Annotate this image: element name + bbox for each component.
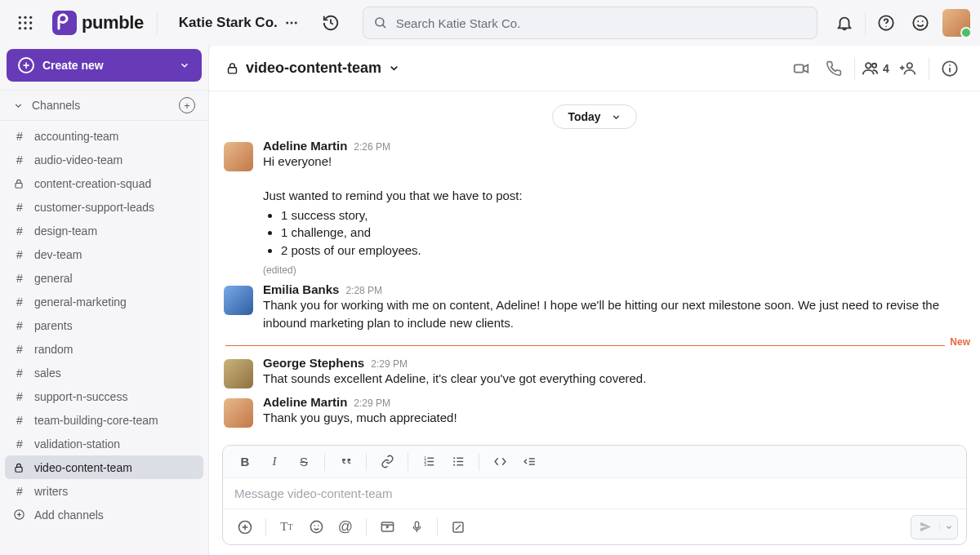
message-time: 2:29 PM bbox=[354, 397, 390, 409]
channel-label: random bbox=[34, 343, 73, 356]
attach-button[interactable] bbox=[231, 515, 259, 539]
emoji-button[interactable] bbox=[302, 515, 330, 539]
create-new-button[interactable]: + Create new bbox=[7, 49, 202, 82]
message-author[interactable]: Adeline Martin bbox=[263, 139, 347, 153]
svg-point-11 bbox=[290, 22, 292, 24]
sidebar-channel-video-content-team[interactable]: video-content-team bbox=[5, 455, 203, 479]
sidebar-channel-sales[interactable]: #sales bbox=[5, 361, 203, 384]
user-avatar[interactable] bbox=[942, 9, 970, 37]
send-icon bbox=[911, 520, 939, 534]
divider bbox=[854, 57, 855, 80]
emoji-button-top[interactable] bbox=[905, 7, 936, 38]
hash-icon: # bbox=[13, 343, 26, 356]
channel-label: general bbox=[34, 272, 73, 285]
mention-button[interactable]: @ bbox=[332, 515, 359, 539]
search-icon bbox=[373, 16, 388, 30]
sidebar-channel-validation-station[interactable]: #validation-station bbox=[5, 432, 203, 455]
message: George Stephens 2:29 PM That sounds exce… bbox=[209, 353, 980, 392]
svg-point-12 bbox=[295, 22, 297, 24]
sidebar-channel-content-creation-squad[interactable]: content-creation-squad bbox=[5, 171, 203, 195]
avatar[interactable] bbox=[224, 398, 253, 428]
sidebar-channel-support-n-success[interactable]: #support-n-success bbox=[5, 384, 203, 408]
message-list: Today Adeline Martin 2:26 PM Hi everyone… bbox=[209, 91, 980, 442]
video-call-button[interactable] bbox=[787, 55, 815, 82]
search-input[interactable] bbox=[396, 16, 807, 30]
channels-section-header[interactable]: Channels + bbox=[0, 90, 208, 121]
svg-point-35 bbox=[949, 64, 951, 65]
sidebar-channel-audio-video-team[interactable]: #audio-video-team bbox=[5, 148, 203, 171]
text-style-button[interactable]: TT bbox=[273, 515, 301, 539]
strikethrough-button[interactable]: S bbox=[290, 450, 318, 474]
sidebar-channel-dev-team[interactable]: #dev-team bbox=[5, 242, 203, 266]
ordered-list-button[interactable]: 123 bbox=[415, 450, 443, 474]
svg-point-2 bbox=[29, 16, 32, 19]
message-author[interactable]: Adeline Martin bbox=[263, 395, 347, 409]
add-people-button[interactable] bbox=[894, 55, 922, 82]
code-button[interactable] bbox=[486, 450, 514, 474]
bullet-list-button[interactable] bbox=[444, 450, 472, 474]
sidebar-channel-general[interactable]: #general bbox=[5, 266, 203, 290]
svg-rect-21 bbox=[16, 467, 22, 472]
topbar: pumble Katie Stark Co. bbox=[0, 0, 980, 46]
avatar[interactable] bbox=[224, 286, 253, 315]
record-video-button[interactable] bbox=[373, 515, 401, 539]
shortcuts-button[interactable] bbox=[444, 515, 472, 539]
record-audio-button[interactable] bbox=[403, 515, 430, 539]
help-button[interactable] bbox=[871, 7, 902, 38]
brand-logo[interactable]: pumble bbox=[52, 11, 144, 35]
italic-button[interactable]: I bbox=[261, 450, 288, 474]
sidebar-channel-design-team[interactable]: #design-team bbox=[5, 219, 203, 242]
message-text: Thank you guys, much appreciated! bbox=[263, 409, 964, 427]
channel-label: content-creation-squad bbox=[34, 177, 151, 190]
sidebar-channel-random[interactable]: #random bbox=[5, 337, 203, 361]
member-count: 4 bbox=[883, 62, 889, 75]
svg-point-7 bbox=[24, 27, 26, 29]
avatar[interactable] bbox=[224, 359, 253, 388]
channel-title-button[interactable]: video-content-team bbox=[225, 60, 400, 77]
svg-rect-60 bbox=[415, 522, 418, 528]
codeblock-button[interactable] bbox=[515, 450, 543, 474]
svg-point-16 bbox=[885, 26, 886, 27]
date-separator-button[interactable]: Today bbox=[552, 104, 636, 129]
lock-icon bbox=[13, 462, 26, 473]
svg-point-46 bbox=[453, 460, 455, 462]
divider bbox=[366, 518, 367, 536]
audio-call-button[interactable] bbox=[820, 55, 848, 82]
add-channels-button[interactable]: Add channels bbox=[5, 503, 203, 526]
message-author[interactable]: George Stephens bbox=[263, 356, 364, 370]
hash-icon: # bbox=[13, 414, 26, 427]
search-box[interactable] bbox=[363, 7, 817, 39]
message: Emilia Banks 2:28 PM Thank you for worki… bbox=[209, 279, 980, 335]
workspace-name: Katie Stark Co. bbox=[179, 15, 278, 31]
sidebar-channel-accounting-team[interactable]: #accounting-team bbox=[5, 124, 203, 148]
bold-button[interactable]: B bbox=[231, 450, 259, 474]
sidebar-channel-parents[interactable]: #parents bbox=[5, 313, 203, 337]
quote-button[interactable] bbox=[332, 450, 359, 474]
message-text: Thank you for working with me on content… bbox=[263, 296, 964, 332]
message-author[interactable]: Emilia Banks bbox=[263, 282, 339, 296]
channel-info-button[interactable] bbox=[936, 55, 964, 82]
members-button[interactable]: 4 bbox=[862, 55, 889, 82]
workspace-switcher[interactable]: Katie Stark Co. bbox=[179, 15, 299, 31]
sidebar-channel-general-marketing[interactable]: #general-marketing bbox=[5, 290, 203, 313]
svg-point-1 bbox=[24, 16, 26, 19]
notifications-button[interactable] bbox=[829, 7, 860, 38]
sidebar-channel-writers[interactable]: #writers bbox=[5, 479, 203, 503]
divider bbox=[324, 453, 325, 471]
channel-label: general-marketing bbox=[34, 295, 127, 309]
send-options-icon[interactable] bbox=[939, 523, 957, 531]
link-button[interactable] bbox=[373, 450, 401, 474]
sidebar-channel-customer-support-leads[interactable]: #customer-support-leads bbox=[5, 195, 203, 219]
avatar[interactable] bbox=[224, 142, 253, 171]
svg-point-18 bbox=[917, 20, 919, 22]
message-time: 2:29 PM bbox=[371, 358, 408, 370]
history-button[interactable] bbox=[315, 7, 346, 38]
sidebar-channel-team-building-core-team[interactable]: #team-building-core-team bbox=[5, 408, 203, 432]
apps-grid-icon[interactable] bbox=[10, 7, 41, 38]
add-channel-icon[interactable]: + bbox=[179, 97, 195, 113]
plus-icon bbox=[13, 508, 26, 521]
create-label: Create new bbox=[42, 59, 104, 72]
svg-rect-26 bbox=[795, 64, 804, 72]
send-button[interactable] bbox=[911, 515, 958, 539]
message-input[interactable] bbox=[234, 486, 955, 500]
